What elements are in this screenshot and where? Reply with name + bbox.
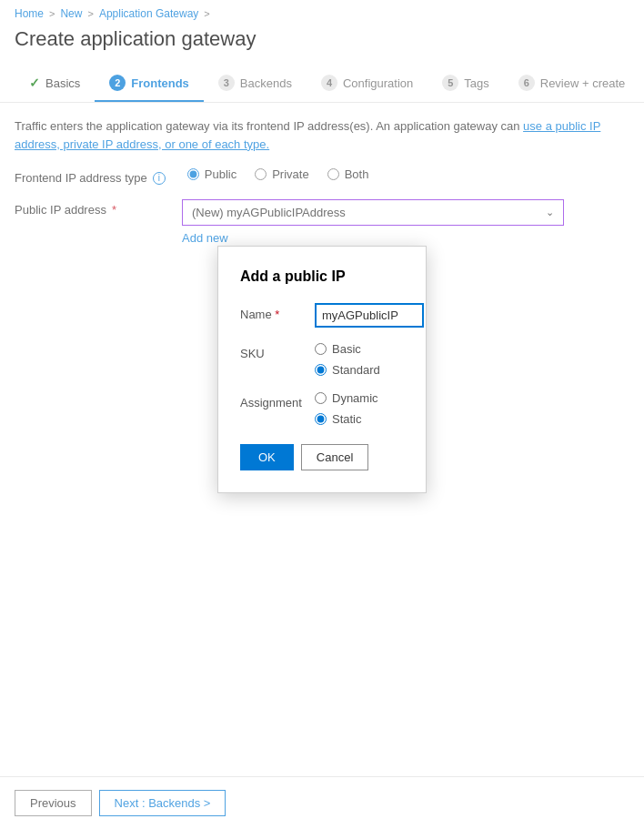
- modal-cancel-button[interactable]: Cancel: [301, 444, 368, 470]
- modal-name-label: Name *: [240, 303, 304, 321]
- modal-assignment-row: Assignment Dynamic Static: [240, 391, 404, 426]
- modal-assignment-dynamic[interactable]: Dynamic: [315, 391, 378, 405]
- modal-assignment-label: Assignment: [240, 391, 304, 409]
- modal-sku-basic-label: Basic: [332, 342, 361, 356]
- modal-sku-standard[interactable]: Standard: [315, 363, 380, 377]
- add-public-ip-modal: Add a public IP Name * SKU Basic Standar…: [217, 246, 427, 493]
- modal-sku-row: SKU Basic Standard: [240, 342, 404, 377]
- modal-sku-standard-input[interactable]: [315, 364, 327, 376]
- modal-name-input[interactable]: [315, 303, 424, 328]
- modal-sku-basic[interactable]: Basic: [315, 342, 380, 356]
- modal-assignment-radio-group: Dynamic Static: [315, 391, 378, 426]
- modal-ok-button[interactable]: OK: [240, 444, 294, 470]
- modal-assignment-dynamic-input[interactable]: [315, 392, 327, 404]
- modal-sku-standard-label: Standard: [332, 363, 380, 377]
- modal-assignment-dynamic-label: Dynamic: [332, 391, 378, 405]
- modal-sku-label: SKU: [240, 342, 304, 360]
- modal-overlay: Add a public IP Name * SKU Basic Standar…: [0, 0, 644, 829]
- modal-name-row: Name *: [240, 303, 404, 328]
- modal-title: Add a public IP: [240, 268, 404, 285]
- modal-name-required: *: [275, 308, 279, 321]
- modal-sku-radio-group: Basic Standard: [315, 342, 380, 377]
- modal-actions: OK Cancel: [240, 444, 404, 470]
- modal-assignment-static-input[interactable]: [315, 413, 327, 425]
- modal-assignment-static[interactable]: Static: [315, 412, 378, 426]
- modal-assignment-static-label: Static: [332, 412, 362, 426]
- modal-sku-basic-input[interactable]: [315, 343, 327, 355]
